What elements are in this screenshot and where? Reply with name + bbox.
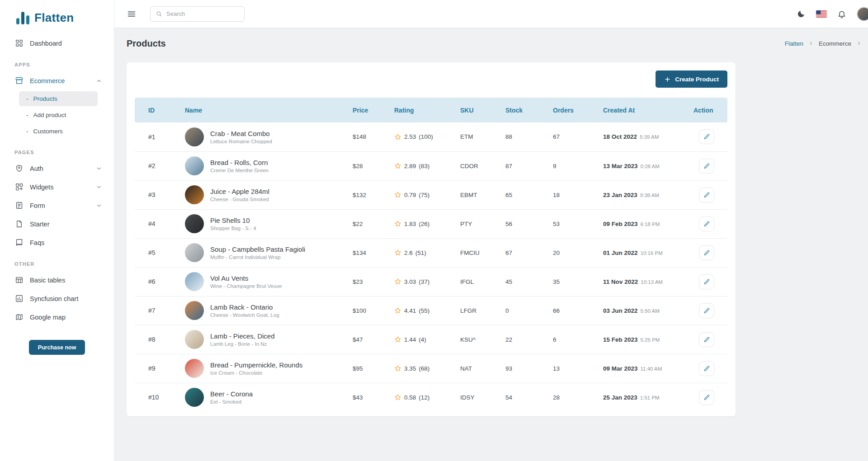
product-orders: 66 bbox=[540, 296, 590, 325]
dashboard-icon bbox=[14, 39, 24, 48]
user-avatar[interactable] bbox=[857, 7, 868, 21]
sidebar-item-add-product[interactable]: Add product bbox=[19, 108, 98, 122]
sidebar-item-products[interactable]: Products bbox=[19, 91, 98, 106]
sidebar-item-basic-tables[interactable]: Basic tables bbox=[0, 271, 114, 289]
sidebar-item-auth[interactable]: Auth bbox=[0, 159, 114, 178]
product-subtitle: Lamb Leg - Bone - In Nz bbox=[210, 341, 275, 347]
rating-value: 0.79 bbox=[404, 192, 416, 198]
language-flag-icon[interactable] bbox=[816, 10, 827, 18]
star-icon bbox=[394, 336, 401, 343]
product-sku: IDSY bbox=[448, 383, 493, 412]
col-header-created-at: Created At bbox=[590, 98, 681, 122]
pencil-icon bbox=[703, 133, 710, 140]
created-date: 23 Jan 2023 bbox=[603, 192, 637, 198]
col-header-name: Name bbox=[172, 98, 340, 122]
edit-button[interactable] bbox=[699, 245, 714, 260]
edit-button[interactable] bbox=[699, 332, 714, 347]
sidebar-item-google-map[interactable]: Google map bbox=[0, 308, 114, 326]
notifications-bell-icon[interactable] bbox=[837, 9, 846, 19]
breadcrumb-home-link[interactable]: Flatten bbox=[785, 40, 803, 47]
sidebar-item-customers[interactable]: Customers bbox=[19, 124, 98, 139]
created-time: 0:28 AM bbox=[641, 164, 660, 169]
product-stock: 67 bbox=[493, 238, 540, 267]
created-date: 11 Nov 2022 bbox=[603, 278, 638, 285]
table-row: #4 Pie Shells 10 Shopper Bag - S - 4 $22… bbox=[135, 209, 727, 238]
sidebar: Flatten Dashboard APPS Ecommerce Product… bbox=[0, 0, 114, 461]
dark-mode-icon[interactable] bbox=[797, 9, 806, 19]
edit-button[interactable] bbox=[699, 361, 714, 376]
product-price: $100 bbox=[340, 296, 382, 325]
product-stock: 54 bbox=[493, 383, 540, 412]
menu-toggle-icon[interactable] bbox=[127, 9, 137, 19]
rating-count: (75) bbox=[419, 192, 429, 198]
created-time: 11:40 AM bbox=[641, 366, 662, 372]
page-content: Products Flatten Ecommerce Create Produc… bbox=[114, 28, 868, 461]
created-time: 10:16 PM bbox=[641, 250, 663, 256]
product-name: Crab - Meat Combo bbox=[210, 130, 272, 137]
table-row: #6 Vol Au Vents Wine - Champagne Brut Ve… bbox=[135, 267, 727, 296]
edit-button[interactable] bbox=[699, 129, 714, 144]
purchase-now-button[interactable]: Purchase now bbox=[29, 340, 85, 355]
product-thumbnail bbox=[185, 272, 204, 291]
product-thumbnail bbox=[185, 301, 204, 320]
pencil-icon bbox=[703, 192, 710, 198]
product-rating: 1.44 (4) bbox=[394, 336, 448, 343]
sidebar-section-pages: PAGES bbox=[0, 140, 114, 159]
star-icon bbox=[394, 307, 401, 314]
edit-button[interactable] bbox=[699, 159, 714, 174]
product-id: #1 bbox=[135, 122, 172, 151]
page-title: Products bbox=[127, 38, 166, 49]
rating-count: (68) bbox=[419, 365, 429, 372]
col-header-action: Action bbox=[681, 98, 727, 122]
sidebar-item-widgets[interactable]: Widgets bbox=[0, 178, 114, 196]
edit-button[interactable] bbox=[699, 390, 714, 405]
search-box[interactable] bbox=[150, 6, 245, 22]
table-header: ID Name Price Rating SKU Stock Orders Cr… bbox=[135, 98, 727, 122]
edit-button[interactable] bbox=[699, 188, 714, 202]
create-product-button[interactable]: Create Product bbox=[656, 71, 727, 88]
product-thumbnail bbox=[185, 156, 204, 175]
product-price: $28 bbox=[340, 151, 382, 180]
topbar-actions bbox=[797, 7, 859, 21]
sidebar-item-starter[interactable]: Starter bbox=[0, 215, 114, 233]
product-orders: 35 bbox=[540, 267, 590, 296]
sidebar-item-label: Faqs bbox=[30, 239, 44, 246]
sidebar-item-syncfusion-chart[interactable]: Syncfusion chart bbox=[0, 289, 114, 308]
sidebar-section-other: OTHER bbox=[0, 252, 114, 271]
product-name: Soup - Campbells Pasta Fagioli bbox=[210, 245, 305, 253]
product-stock: 88 bbox=[493, 122, 540, 151]
sidebar-item-label: Syncfusion chart bbox=[30, 295, 78, 302]
star-icon bbox=[394, 162, 401, 169]
product-stock: 65 bbox=[493, 180, 540, 209]
product-name-cell: Lamb Rack - Ontario Cheese - Woolwich Go… bbox=[185, 301, 340, 320]
sidebar-item-faqs[interactable]: Faqs bbox=[0, 233, 114, 252]
rating-value: 1.83 bbox=[404, 221, 416, 227]
rating-value: 3.35 bbox=[404, 365, 416, 372]
star-icon bbox=[394, 133, 401, 141]
rating-value: 2.53 bbox=[404, 133, 416, 140]
product-thumbnail bbox=[185, 330, 204, 349]
table-row: #9 Bread - Pumpernickle, Rounds Ice Crea… bbox=[135, 354, 727, 383]
brand-logo[interactable]: Flatten bbox=[0, 7, 114, 34]
search-input[interactable] bbox=[166, 10, 239, 17]
product-name: Bread - Rolls, Corn bbox=[210, 159, 269, 166]
pencil-icon bbox=[703, 307, 710, 314]
product-name-cell: Crab - Meat Combo Lettuce Romaine Choppe… bbox=[185, 127, 340, 146]
rating-value: 1.44 bbox=[404, 336, 416, 343]
edit-button[interactable] bbox=[699, 274, 714, 289]
created-time: 1:51 PM bbox=[640, 395, 660, 400]
created-time: 9:38 AM bbox=[640, 193, 659, 198]
edit-button[interactable] bbox=[699, 216, 714, 231]
sidebar-item-dashboard[interactable]: Dashboard bbox=[0, 34, 114, 52]
sidebar-item-form[interactable]: Form bbox=[0, 196, 114, 215]
table-row: #7 Lamb Rack - Ontario Cheese - Woolwich… bbox=[135, 296, 727, 325]
product-name-cell: Soup - Campbells Pasta Fagioli Muffin - … bbox=[185, 243, 340, 262]
map-icon bbox=[14, 313, 24, 322]
rating-count: (83) bbox=[419, 163, 429, 169]
edit-button[interactable] bbox=[699, 303, 714, 318]
products-card: Create Product ID Name Price Rating SKU … bbox=[127, 62, 736, 416]
col-header-price: Price bbox=[340, 98, 382, 122]
sidebar-item-ecommerce[interactable]: Ecommerce bbox=[0, 71, 114, 90]
topbar bbox=[114, 0, 868, 28]
product-subtitle: Cheese - Gouda Smoked bbox=[210, 197, 269, 202]
